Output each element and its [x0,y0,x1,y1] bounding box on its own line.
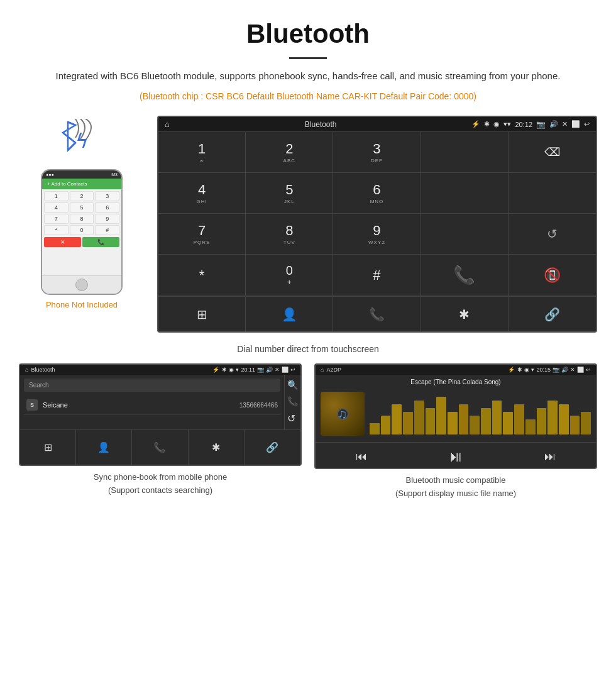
search-bar[interactable]: Search [24,379,280,392]
eq-bar-1 [381,416,391,434]
eq-bar-7 [448,412,458,434]
contact-letter: S [26,399,38,411]
phonebook-screen-wrap: ⌂ Bluetooth ⚡ ✱ ◉ ▾ 20:11 📷 🔊 ✕ ⬜ ↩ [19,363,302,501]
music-title-area: Escape (The Pina Colada Song) [316,375,596,392]
pb-bottom-phone[interactable]: 📞 [132,430,188,465]
phone-end-call[interactable]: ✕ [44,237,81,247]
song-title: Escape (The Pina Colada Song) [321,379,591,385]
phonebook-bottom-row: ⊞ 👤 📞 ✱ 🔗 [20,429,300,465]
dial-refresh-icon[interactable]: ↺ [509,214,596,255]
pb-bottom-apps[interactable]: ⊞ [20,430,76,465]
phone-key-hash[interactable]: # [95,225,119,235]
car-bt-status-icon: ✱ [484,120,490,128]
eq-bar-5 [426,408,436,434]
pb-sig-icon: ▾ [236,367,239,373]
pb-home-icon[interactable]: ⌂ [25,367,28,373]
dial-key-0[interactable]: 0+ [246,255,333,296]
car-back-icon[interactable]: ↩ [584,120,590,128]
phone-status-bar: ●●● M3 [42,170,121,179]
dial-key-star[interactable]: * [158,255,246,296]
car-screen-title: Bluetooth [173,120,468,129]
car-time-display: 20:12 [515,121,532,128]
eq-bar-2 [392,404,402,434]
dial-key-6[interactable]: 6 MNO [333,173,421,214]
bottom-apps-icon[interactable]: ⊞ [158,297,246,331]
pb-screen-title: Bluetooth [31,367,210,373]
bottom-link-icon[interactable]: 🔗 [509,297,596,331]
car-window-icon[interactable]: ⬜ [571,120,580,128]
phone-key-4[interactable]: 4 [44,202,69,213]
pb-usb-icon: ⚡ [212,367,219,373]
music-status-icons: ✱ ◉ ▾ 20:15 📷 🔊 ✕ ⬜ ↩ [517,367,591,373]
phone-add-contact: + Add to Contacts [47,181,87,187]
music-screen-wrap: ⌂ A2DP ⚡ ✱ ◉ ▾ 20:15 📷 🔊 ✕ ⬜ ↩ Escape (T… [314,363,597,501]
dial-backspace[interactable]: ⌫ [509,132,596,173]
page-spec: (Bluetooth chip : CSR BC6 Default Blueto… [0,84,616,109]
pb-back[interactable]: ↩ [290,367,295,373]
phone-key-9[interactable]: 9 [95,214,119,224]
music-caption: Bluetooth music compatible(Support displ… [395,474,516,501]
music-back[interactable]: ↩ [586,367,591,373]
dial-key-9[interactable]: 9 WXYZ [333,214,421,255]
phone-key-6[interactable]: 6 [95,202,119,213]
prev-button[interactable]: ⏮ [356,450,367,463]
phone-call-btn[interactable]: 📞 [82,237,119,247]
next-button[interactable]: ⏭ [544,450,556,463]
phone-home-button[interactable] [75,279,88,291]
phone-key-0[interactable]: 0 [70,225,94,235]
pb-call-side-icon[interactable]: 📞 [287,396,298,406]
car-close-icon[interactable]: ✕ [562,120,568,128]
dial-key-2[interactable]: 2 ABC [246,132,333,173]
music-win[interactable]: ⬜ [577,367,584,373]
dial-key-5[interactable]: 5 JKL [246,173,333,214]
bottom-phone-icon[interactable]: 📞 [333,297,421,331]
eq-bar-9 [470,416,480,434]
dial-key-4[interactable]: 4 GHI [158,173,246,214]
dial-key-hash[interactable]: # [333,255,421,296]
bottom-contacts-icon[interactable]: 👤 [246,297,333,331]
phone-dial-row-3: 7 8 9 [44,214,119,224]
dial-key-7[interactable]: 7 PQRS [158,214,246,255]
phone-key-3[interactable]: 3 [95,191,119,201]
car-home-icon[interactable]: ⌂ [165,119,170,129]
phone-key-5[interactable]: 5 [70,202,94,213]
phonebook-caption: Sync phone-book from mobile phone(Suppor… [94,471,227,497]
phone-key-8[interactable]: 8 [70,214,94,224]
play-pause-button[interactable]: ⏯ [448,448,463,465]
phone-key-star[interactable]: * [44,225,69,235]
dial-call-button[interactable]: 📞 [421,255,509,296]
phone-key-7[interactable]: 7 [44,214,69,224]
dial-key-1[interactable]: 1 ∞ [158,132,246,173]
car-dial-screen: ⌂ Bluetooth ⚡ ✱ ◉ ▾▾ 20:12 📷 🔊 ✕ ⬜ ↩ 1 ∞… [157,116,597,333]
pb-win[interactable]: ⬜ [282,367,289,373]
music-loc-icon: ◉ [524,367,529,373]
phone-dial-row-2: 4 5 6 [44,202,119,213]
dial-end-button[interactable]: 📵 [509,255,596,296]
eq-bar-8 [459,404,469,434]
pb-search-icon[interactable]: 🔍 [287,380,298,390]
eq-bar-6 [436,397,446,434]
phone-call-row: ✕ 📞 [44,237,119,247]
pb-x[interactable]: ✕ [275,367,280,373]
pb-refresh-icon[interactable]: ↺ [287,412,298,424]
music-home-icon[interactable]: ⌂ [321,367,324,373]
pb-bottom-bt[interactable]: ✱ [189,430,245,465]
pb-bottom-contacts[interactable]: 👤 [76,430,132,465]
dialpad-row-3: 7 PQRS 8 TUV 9 WXYZ ↺ [158,214,596,255]
eq-bar-16 [547,401,558,434]
music-x[interactable]: ✕ [570,367,575,373]
equalizer-bars [370,392,591,436]
phone-key-1[interactable]: 1 [44,191,69,201]
car-signal-icon: ▾▾ [503,120,511,128]
music-screen: ⌂ A2DP ⚡ ✱ ◉ ▾ 20:15 📷 🔊 ✕ ⬜ ↩ Escape (T… [314,363,597,469]
dial-key-3[interactable]: 3 DEF [333,132,421,173]
music-controls: ⏮ ⏯ ⏭ [316,442,596,468]
eq-bar-15 [537,408,547,434]
dial-key-8[interactable]: 8 TUV [246,214,333,255]
phone-dialpad: 1 2 3 4 5 6 7 8 9 * 0 # [42,189,121,249]
music-screen-title: A2DP [326,367,505,373]
pb-bottom-link[interactable]: 🔗 [245,430,300,465]
phone-key-2[interactable]: 2 [70,191,94,201]
contact-row[interactable]: S Seicane 13566664466 [24,396,280,415]
bottom-bluetooth-icon[interactable]: ✱ [421,297,509,331]
